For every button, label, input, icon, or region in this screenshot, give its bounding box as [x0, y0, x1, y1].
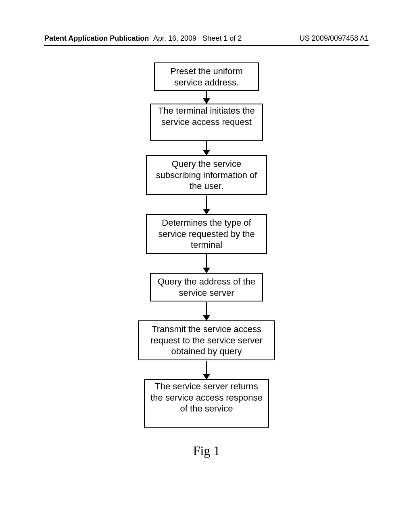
- flow-step-7-label: The service server returns the service a…: [150, 381, 263, 414]
- flow-step-2: The terminal initiates the service acces…: [150, 104, 263, 141]
- header-divider: [44, 45, 369, 46]
- header-date: Apr. 16, 2009: [153, 34, 196, 42]
- flow-step-7: The service server returns the service a…: [144, 379, 269, 428]
- header-pubno: US 2009/0097458 A1: [300, 34, 369, 43]
- flow-step-3-label: Query the service subscribing informatio…: [156, 159, 257, 191]
- flow-arrow-4-5: [206, 254, 207, 273]
- flow-step-4-label: Determines the type of service requested…: [158, 218, 255, 250]
- flow-arrow-6-7: [206, 361, 207, 379]
- flow-arrow-2-3: [206, 141, 207, 155]
- flow-step-1-label: Preset the uniform service address.: [170, 66, 243, 87]
- figure-caption: Fig 1: [0, 443, 413, 458]
- flow-step-6-label: Transmit the service access request to t…: [150, 324, 263, 356]
- flow-step-4: Determines the type of service requested…: [146, 214, 267, 254]
- header-sheet: Sheet 1 of 2: [202, 34, 242, 42]
- header-date-sheet: Apr. 16, 2009 Sheet 1 of 2: [153, 34, 242, 43]
- flow-step-2-label: The terminal initiates the service acces…: [158, 106, 255, 127]
- flow-step-6: Transmit the service access request to t…: [138, 320, 275, 360]
- header-publication-label: Patent Application Publication: [44, 34, 149, 43]
- flow-step-3: Query the service subscribing informatio…: [146, 155, 267, 195]
- flow-step-5: Query the address of the service server: [150, 273, 263, 301]
- flow-arrow-5-6: [206, 302, 207, 320]
- flow-step-1: Preset the uniform service address.: [154, 62, 259, 91]
- flow-step-5-label: Query the address of the service server: [158, 276, 255, 298]
- patent-page: Patent Application Publication Apr. 16, …: [0, 0, 413, 532]
- flow-arrow-3-4: [206, 195, 207, 214]
- flow-arrow-1-2: [206, 91, 207, 104]
